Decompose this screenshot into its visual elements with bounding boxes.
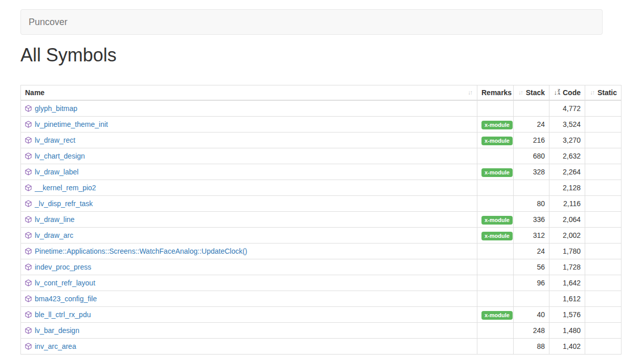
stack-value xyxy=(514,180,549,195)
column-label-static: Static xyxy=(597,88,617,97)
symbol-link[interactable]: lv_bar_design xyxy=(35,326,79,335)
static-value xyxy=(585,322,622,338)
name-cell: lv_draw_arc xyxy=(21,227,477,243)
symbol-link[interactable]: ble_ll_ctrl_rx_pdu xyxy=(35,310,91,319)
column-header-remarks[interactable]: Remarks xyxy=(477,85,514,100)
symbol-link[interactable]: __kernel_rem_pio2 xyxy=(35,184,96,192)
remarks-cell xyxy=(477,291,514,306)
remarks-cell xyxy=(477,148,514,164)
table-row: bma423_config_file 1,612 xyxy=(21,291,622,306)
symbol-link[interactable]: lv_draw_arc xyxy=(35,231,73,239)
remarks-cell xyxy=(477,322,514,338)
name-cell: bma423_config_file xyxy=(21,291,477,306)
remarks-cell xyxy=(477,243,514,259)
symbol-link[interactable]: lv_draw_line xyxy=(35,215,75,224)
sort-icon: ↓↑ xyxy=(468,89,473,96)
cube-icon xyxy=(25,343,32,350)
table-row: inv_arc_area 88 1,402 xyxy=(21,338,622,354)
symbol-link[interactable]: lv_chart_design xyxy=(35,152,85,160)
navbar-brand[interactable]: Puncover xyxy=(21,10,75,34)
table-row: _lv_disp_refr_task 80 2,116 xyxy=(21,195,622,211)
cube-icon xyxy=(25,200,32,207)
stack-value: 216 xyxy=(514,132,549,148)
table-row: lv_chart_design 680 2,632 xyxy=(21,148,622,164)
symbol-link[interactable]: inv_arc_area xyxy=(35,342,76,350)
symbol-link[interactable]: lv_draw_label xyxy=(35,168,79,176)
column-label-code: Code xyxy=(563,88,581,97)
remarks-cell: x-module xyxy=(477,116,514,132)
symbol-link[interactable]: bma423_config_file xyxy=(35,295,97,303)
remarks-cell xyxy=(477,338,514,354)
symbol-link[interactable]: _lv_disp_refr_task xyxy=(35,199,93,208)
column-header-stack[interactable]: ↓↑ Stack xyxy=(514,85,549,100)
static-value xyxy=(585,243,622,259)
table-row: __kernel_rem_pio2 2,128 xyxy=(21,180,622,195)
static-value xyxy=(585,116,622,132)
code-value: 3,524 xyxy=(549,116,585,132)
stack-value: 88 xyxy=(514,338,549,354)
static-value xyxy=(585,132,622,148)
symbols-table: Name ↓↑ Remarks ↓↑ Stack xyxy=(20,85,622,354)
cube-icon xyxy=(25,152,32,160)
sort-icon: ↓↑ xyxy=(518,89,523,96)
x-module-badge: x-module xyxy=(481,216,513,225)
symbol-link[interactable]: lv_pinetime_theme_init xyxy=(35,120,108,128)
cube-icon xyxy=(25,263,32,271)
x-module-badge: x-module xyxy=(481,311,513,320)
cube-icon xyxy=(25,248,32,255)
column-label-name: Name xyxy=(25,88,44,97)
remarks-cell xyxy=(477,180,514,195)
column-header-static[interactable]: ↓↑ Static xyxy=(585,85,622,100)
x-module-badge: x-module xyxy=(481,121,513,129)
stack-value xyxy=(514,100,549,117)
remarks-cell xyxy=(477,100,514,117)
table-row: lv_draw_rect x-module 216 3,270 xyxy=(21,132,622,148)
remarks-cell: x-module xyxy=(477,211,514,227)
name-cell: __kernel_rem_pio2 xyxy=(21,180,477,195)
name-cell: Pinetime::Applications::Screens::WatchFa… xyxy=(21,243,477,259)
symbol-link[interactable]: glyph_bitmap xyxy=(35,104,77,113)
cube-icon xyxy=(25,327,32,334)
static-value xyxy=(585,211,622,227)
code-value: 4,772 xyxy=(549,100,585,117)
code-value: 2,002 xyxy=(549,227,585,243)
cube-icon xyxy=(25,168,32,175)
column-label-remarks: Remarks xyxy=(481,88,512,97)
sort-descending-icon: ↓ z a xyxy=(554,90,560,96)
table-row: lv_cont_refr_layout 96 1,642 xyxy=(21,275,622,291)
remarks-cell xyxy=(477,195,514,211)
cube-icon xyxy=(25,295,32,302)
stack-value: 680 xyxy=(514,148,549,164)
remarks-cell: x-module xyxy=(477,132,514,148)
stack-value: 56 xyxy=(514,259,549,275)
x-module-badge: x-module xyxy=(481,137,513,145)
page-title: All Symbols xyxy=(20,45,644,65)
symbol-link[interactable]: lv_cont_refr_layout xyxy=(35,279,95,287)
static-value xyxy=(585,275,622,291)
symbol-link[interactable]: indev_proc_press xyxy=(35,263,91,271)
table-row: lv_bar_design 248 1,480 xyxy=(21,322,622,338)
stack-value: 328 xyxy=(514,164,549,180)
static-value xyxy=(585,180,622,195)
name-cell: indev_proc_press xyxy=(21,259,477,275)
cube-icon xyxy=(25,121,32,128)
code-value: 2,128 xyxy=(549,180,585,195)
table-row: lv_draw_line x-module 336 2,064 xyxy=(21,211,622,227)
symbols-table-container: Name ↓↑ Remarks ↓↑ Stack xyxy=(20,85,644,354)
code-value: 1,402 xyxy=(549,338,585,354)
table-row: ble_ll_ctrl_rx_pdu x-module 40 1,576 xyxy=(21,306,622,322)
code-value: 2,264 xyxy=(549,164,585,180)
symbol-link[interactable]: lv_draw_rect xyxy=(35,136,75,144)
stack-value: 336 xyxy=(514,211,549,227)
table-header-row: Name ↓↑ Remarks ↓↑ Stack xyxy=(21,85,622,100)
column-header-name[interactable]: Name ↓↑ xyxy=(21,85,477,100)
static-value xyxy=(585,338,622,354)
name-cell: lv_draw_rect xyxy=(21,132,477,148)
code-value: 1,612 xyxy=(549,291,585,306)
column-header-code[interactable]: ↓ z a Code xyxy=(549,85,585,100)
code-value: 2,064 xyxy=(549,211,585,227)
name-cell: lv_draw_label xyxy=(21,164,477,180)
name-cell: lv_chart_design xyxy=(21,148,477,164)
cube-icon xyxy=(25,232,32,239)
symbol-link[interactable]: Pinetime::Applications::Screens::WatchFa… xyxy=(35,247,247,255)
